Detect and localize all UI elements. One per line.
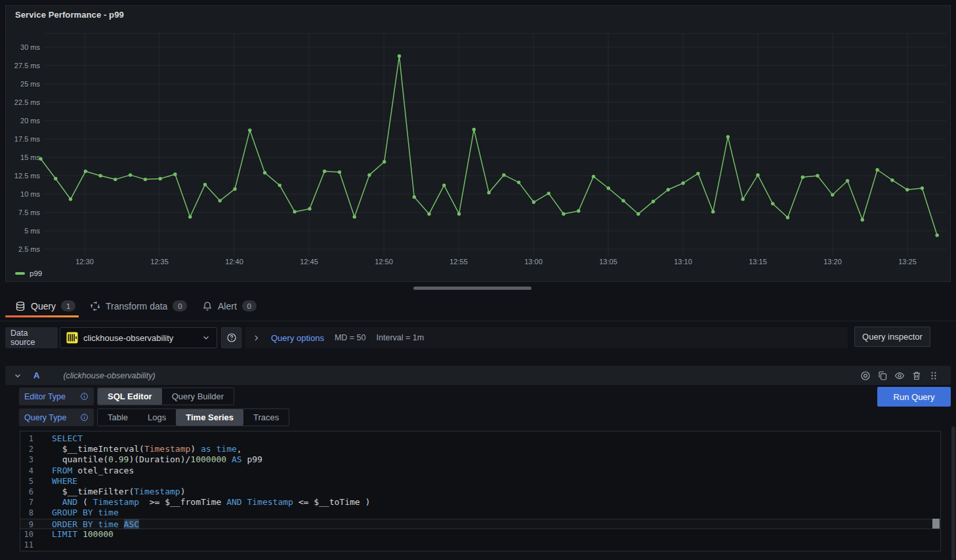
svg-text:12:40: 12:40 <box>225 258 243 266</box>
query-options-md: MD = 50 <box>335 333 366 342</box>
datasource-label: Data source <box>5 327 58 348</box>
sql-line-5[interactable]: 5WHERE <box>20 476 940 487</box>
svg-text:13:20: 13:20 <box>823 258 842 266</box>
sql-line-text: GROUP BY time <box>52 508 119 518</box>
svg-text:12:30: 12:30 <box>75 258 94 266</box>
sql-line-text: FROM otel_traces <box>52 466 134 476</box>
sql-line-2[interactable]: 2 $__timeInterval(Timestamp) as time, <box>20 444 940 454</box>
panel-title[interactable]: Service Performance - p99 <box>15 10 124 20</box>
svg-text:12:45: 12:45 <box>300 258 318 266</box>
query-options-toggle[interactable]: Query options <box>271 333 324 343</box>
info-circle-icon[interactable] <box>80 413 89 422</box>
hide-response-icon[interactable] <box>894 370 905 381</box>
sql-line-1[interactable]: 1SELECT <box>20 433 940 444</box>
page-scrollbar-thumb[interactable] <box>951 426 955 560</box>
sql-line-6[interactable]: 6 $__timeFilter(Timestamp) <box>20 487 940 497</box>
tab-transform-data[interactable]: Transform data 0 <box>90 295 187 317</box>
datasource-picker-value: clickhouse-observability <box>83 333 196 343</box>
active-tab-indicator <box>5 315 79 317</box>
datasource-picker[interactable]: clickhouse-observability <box>60 327 217 348</box>
svg-text:12:55: 12:55 <box>449 258 468 266</box>
svg-text:13:15: 13:15 <box>749 258 767 266</box>
sql-line-11[interactable]: 11 <box>20 540 940 550</box>
line-number: 10 <box>20 529 33 540</box>
editor-type-radio-group: SQL Editor Query Builder <box>97 388 234 405</box>
chevron-right-icon[interactable] <box>252 334 260 342</box>
tab-transform-count-badge: 0 <box>173 300 187 311</box>
svg-text:12:50: 12:50 <box>375 258 393 266</box>
svg-text:22.5 ms: 22.5 ms <box>14 98 41 106</box>
horizontal-scrollbar-thumb[interactable] <box>413 287 531 290</box>
tab-alert[interactable]: Alert 0 <box>202 295 257 317</box>
svg-text:30 ms: 30 ms <box>20 43 40 51</box>
svg-text:13:05: 13:05 <box>599 258 617 266</box>
query-type-traces[interactable]: Traces <box>243 409 289 426</box>
timeseries-chart[interactable]: 30 ms27.5 ms25 ms22.5 ms20 ms17.5 ms15 m… <box>6 6 950 281</box>
line-number: 9 <box>20 519 33 530</box>
tab-transform-label: Transform data <box>106 301 167 311</box>
line-number: 7 <box>20 497 33 508</box>
sql-editor[interactable]: 1SELECT2 $__timeInterval(Timestamp) as t… <box>20 431 941 551</box>
line-number: 11 <box>20 540 33 550</box>
text-cursor <box>932 519 940 529</box>
svg-text:5 ms: 5 ms <box>24 227 40 235</box>
sql-line-7[interactable]: 7 AND ( Timestamp >= $__fromTime AND Tim… <box>20 497 940 508</box>
editor-type-query-builder[interactable]: Query Builder <box>162 388 234 405</box>
grafana-panel-edit-view: Service Performance - p99 30 ms27.5 ms25… <box>0 0 956 560</box>
legend: p99 <box>15 270 42 277</box>
query-row-header[interactable]: A (clickhouse-observability) <box>5 366 951 385</box>
svg-text:17.5 ms: 17.5 ms <box>14 135 41 143</box>
svg-text:7.5 ms: 7.5 ms <box>18 209 41 216</box>
record-circle-icon[interactable] <box>860 370 871 381</box>
svg-text:15 ms: 15 ms <box>20 153 40 161</box>
query-type-logs[interactable]: Logs <box>138 409 176 426</box>
tab-alert-count-badge: 0 <box>242 300 257 311</box>
sql-line-text: $__timeFilter(Timestamp) <box>52 487 186 497</box>
svg-text:13:10: 13:10 <box>674 258 692 266</box>
svg-text:25 ms: 25 ms <box>20 80 40 88</box>
chevron-down-icon <box>201 333 211 342</box>
drag-handle-icon[interactable] <box>928 370 939 381</box>
line-number: 1 <box>20 433 33 444</box>
svg-text:27.5 ms: 27.5 ms <box>14 62 41 70</box>
legend-color-swatch[interactable] <box>15 272 25 275</box>
datasource-help-button[interactable] <box>221 327 241 348</box>
sql-line-3[interactable]: 3 quantile(0.99)(Duration)/1000000 AS p9… <box>20 454 940 465</box>
collapse-chevron-icon[interactable] <box>13 371 22 380</box>
bell-icon <box>202 301 213 311</box>
process-icon <box>90 301 100 311</box>
sql-line-10[interactable]: 10LIMIT 100000 <box>20 529 940 540</box>
tab-bar-divider <box>0 321 956 321</box>
sql-line-9[interactable]: 9ORDER BY time ASC <box>20 519 940 529</box>
duplicate-query-icon[interactable] <box>877 370 888 381</box>
sql-code-lines: 1SELECT2 $__timeInterval(Timestamp) as t… <box>20 433 940 550</box>
sql-line-4[interactable]: 4FROM otel_traces <box>20 466 940 476</box>
svg-text:13:00: 13:00 <box>524 258 543 266</box>
query-datasource-hint: (clickhouse-observability) <box>63 371 155 380</box>
editor-type-sql-editor[interactable]: SQL Editor <box>98 388 162 405</box>
query-type-radio-group: Table Logs Time Series Traces <box>97 409 289 426</box>
svg-text:12:35: 12:35 <box>150 258 169 266</box>
query-type-label: Query Type <box>19 409 94 426</box>
run-query-button[interactable]: Run Query <box>877 387 951 407</box>
sql-line-text: ORDER BY time ASC <box>52 519 139 530</box>
query-inspector-button[interactable]: Query inspector <box>854 327 930 347</box>
sql-line-8[interactable]: 8GROUP BY time <box>20 508 940 518</box>
info-circle-icon[interactable] <box>80 392 89 401</box>
question-circle-icon <box>226 332 237 343</box>
line-number: 5 <box>20 476 33 487</box>
svg-text:10 ms: 10 ms <box>20 190 40 198</box>
remove-query-icon[interactable] <box>911 370 922 381</box>
query-type-time-series[interactable]: Time Series <box>176 409 243 426</box>
tab-query[interactable]: Query 1 <box>15 295 75 317</box>
tab-alert-label: Alert <box>218 301 237 311</box>
editor-tab-bar: Query 1 Transform data 0 Alert 0 <box>0 295 956 321</box>
query-ref-id: A <box>33 370 39 380</box>
sql-line-text: quantile(0.99)(Duration)/1000000 AS p99 <box>52 454 262 465</box>
svg-text:12.5 ms: 12.5 ms <box>14 172 41 180</box>
query-type-table[interactable]: Table <box>98 409 138 426</box>
legend-series-label[interactable]: p99 <box>30 270 42 277</box>
tab-query-label: Query <box>31 301 56 311</box>
timeseries-panel: Service Performance - p99 30 ms27.5 ms25… <box>5 5 951 282</box>
line-number: 6 <box>20 487 33 497</box>
